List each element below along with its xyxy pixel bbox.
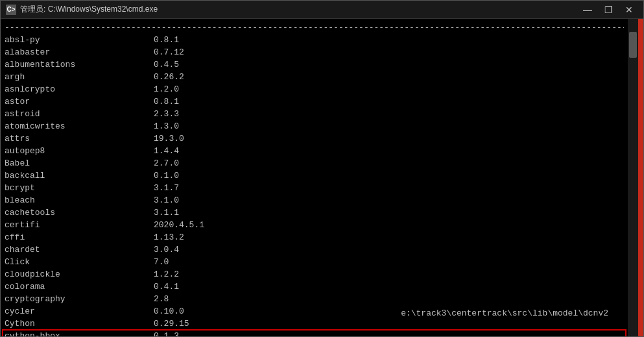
package-version: 2020.4.5.1 <box>154 219 204 231</box>
scrollbar-thumb[interactable] <box>629 32 637 58</box>
package-version: 0.4.1 <box>154 281 179 293</box>
titlebar-controls: — ❐ ✕ <box>578 3 638 16</box>
package-row: bcrypt3.1.7 <box>5 182 624 194</box>
package-row: astroid2.3.3 <box>5 108 624 120</box>
package-row: cryptography2.8 <box>5 293 624 305</box>
package-row: absl-py0.8.1 <box>5 34 624 46</box>
package-version: 3.1.0 <box>154 194 179 206</box>
scrollbar[interactable] <box>628 19 638 336</box>
package-version: 0.1.3 <box>154 330 179 336</box>
package-name: chardet <box>5 243 154 256</box>
package-name: autopep8 <box>5 145 154 157</box>
package-name: cython-bbox <box>5 330 154 336</box>
package-name: astor <box>5 95 154 108</box>
package-name: albumentations <box>5 58 154 71</box>
titlebar: C> 管理员: C:\Windows\System32\cmd.exe — ❐ … <box>1 1 643 19</box>
package-row: atomicwrites1.3.0 <box>5 120 624 132</box>
package-version: 1.3.0 <box>154 120 179 132</box>
terminal[interactable]: ----------------------------------------… <box>1 19 628 336</box>
status-text: e:\track3\centertrack\src\lib\model\dcnv… <box>401 308 608 318</box>
package-version: 0.29.15 <box>154 318 189 330</box>
package-row: Babel2.7.0 <box>5 157 624 169</box>
package-version: 2.8 <box>154 293 169 305</box>
package-version: 0.8.1 <box>154 95 179 108</box>
package-row: Cython0.29.15 <box>5 318 624 330</box>
package-name: cloudpickle <box>5 268 154 281</box>
package-row: autopep81.4.4 <box>5 145 624 157</box>
package-version: 1.4.4 <box>154 145 179 157</box>
package-version: 0.10.0 <box>154 305 184 318</box>
package-version: 3.1.7 <box>154 182 179 194</box>
package-name: Click <box>5 256 154 268</box>
restore-button[interactable]: ❐ <box>599 3 617 16</box>
package-version: 7.0 <box>154 256 169 268</box>
package-version: 0.26.2 <box>154 71 184 83</box>
minimize-button[interactable]: — <box>578 3 597 16</box>
package-name: colorama <box>5 281 154 293</box>
separator-line: ----------------------------------------… <box>5 21 624 34</box>
package-row: certifi2020.4.5.1 <box>5 219 624 231</box>
package-row: attrs19.3.0 <box>5 132 624 145</box>
package-version: 0.7.12 <box>154 46 184 58</box>
package-name: certifi <box>5 219 154 231</box>
package-name: asnlcrypto <box>5 83 154 95</box>
package-row: cython-bbox0.1.3 <box>5 330 624 336</box>
package-row: colorama0.4.1 <box>5 281 624 293</box>
package-row: Click7.0 <box>5 256 624 268</box>
close-button[interactable]: ✕ <box>620 3 638 16</box>
cmd-window: C> 管理员: C:\Windows\System32\cmd.exe — ❐ … <box>0 0 644 337</box>
package-list: absl-py0.8.1alabaster0.7.12albumentation… <box>5 34 624 336</box>
package-version: 0.1.0 <box>154 169 179 182</box>
package-version: 0.8.1 <box>154 34 179 46</box>
package-row: cloudpickle1.2.2 <box>5 268 624 281</box>
package-row: argh0.26.2 <box>5 71 624 83</box>
package-name: cffi <box>5 231 154 243</box>
package-row: asnlcrypto1.2.0 <box>5 83 624 95</box>
package-version: 2.3.3 <box>154 108 179 120</box>
package-name: cachetools <box>5 206 154 219</box>
package-name: Cython <box>5 318 154 330</box>
package-row: astor0.8.1 <box>5 95 624 108</box>
window-icon: C> <box>6 5 16 15</box>
package-version: 19.3.0 <box>154 132 184 145</box>
package-version: 3.0.4 <box>154 243 179 256</box>
package-name: alabaster <box>5 46 154 58</box>
package-name: astroid <box>5 108 154 120</box>
package-row: backcall0.1.0 <box>5 169 624 182</box>
package-version: 1.2.0 <box>154 83 179 95</box>
package-name: attrs <box>5 132 154 145</box>
package-name: cryptography <box>5 293 154 305</box>
window-title: 管理员: C:\Windows\System32\cmd.exe <box>20 4 578 15</box>
package-version: 3.1.1 <box>154 206 179 219</box>
package-row: chardet3.0.4 <box>5 243 624 256</box>
package-version: 0.4.5 <box>154 58 179 71</box>
package-name: backcall <box>5 169 154 182</box>
package-row: albumentations0.4.5 <box>5 58 624 71</box>
content-area: ----------------------------------------… <box>1 19 643 336</box>
package-version: 1.13.2 <box>154 231 184 243</box>
package-name: bleach <box>5 194 154 206</box>
right-edge-accent <box>638 19 643 336</box>
package-version: 1.2.2 <box>154 268 179 281</box>
package-row: alabaster0.7.12 <box>5 46 624 58</box>
package-row: bleach3.1.0 <box>5 194 624 206</box>
package-name: argh <box>5 71 154 83</box>
package-name: cycler <box>5 305 154 318</box>
package-name: atomicwrites <box>5 120 154 132</box>
package-name: Babel <box>5 157 154 169</box>
package-name: bcrypt <box>5 182 154 194</box>
package-name: absl-py <box>5 34 154 46</box>
package-row: cffi1.13.2 <box>5 231 624 243</box>
package-row: cachetools3.1.1 <box>5 206 624 219</box>
package-version: 2.7.0 <box>154 157 179 169</box>
